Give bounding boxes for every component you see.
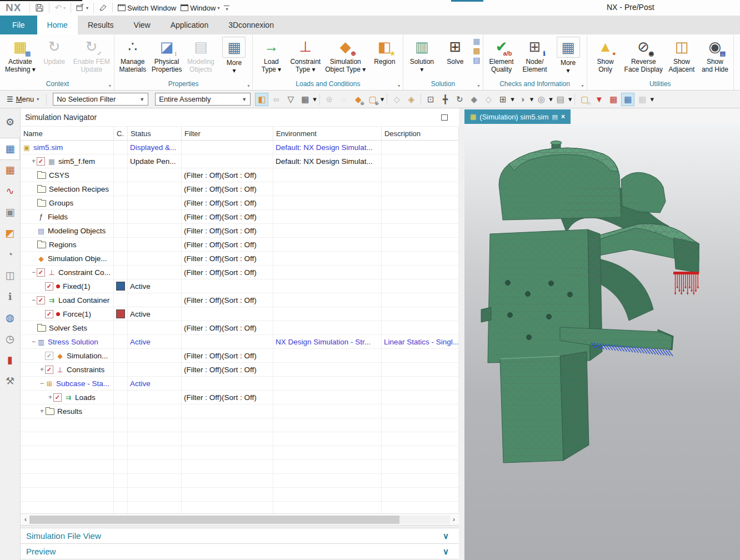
- chevron-down-icon[interactable]: ▾: [86, 6, 88, 11]
- table-row[interactable]: ▤Modeling Objects(Filter : Off)(Sort : O…: [21, 224, 459, 238]
- expander-icon[interactable]: +: [31, 157, 37, 165]
- more-checks-button[interactable]: ▦More▾: [552, 35, 585, 74]
- undo-button[interactable]: ↶▾: [52, 2, 68, 14]
- job-monitor-icon[interactable]: ▦: [473, 37, 480, 45]
- table-row[interactable]: +✓⇉Loads(Filter : Off)(Sort : Off): [21, 391, 459, 404]
- physical-properties-button[interactable]: ◪↕PhysicalProperties: [149, 35, 184, 73]
- viewport-canvas[interactable]: [464, 124, 740, 560]
- selection-filter-funnel-icon[interactable]: ▽: [284, 93, 297, 106]
- dialog-launcher-icon[interactable]: ▾: [582, 83, 584, 88]
- reuse-library-icon[interactable]: ◫: [0, 265, 19, 286]
- tab-file[interactable]: File: [0, 16, 37, 34]
- tab-3dconnexion[interactable]: 3Dconnexion: [218, 16, 284, 34]
- node-element-button[interactable]: ⊞ℹNode/Element: [518, 35, 552, 73]
- column-header-status[interactable]: Status: [128, 127, 182, 140]
- viewport-tab[interactable]: ▦ (Simulation) sim5.sim ▤ ×: [464, 109, 571, 124]
- horizontal-scrollbar[interactable]: ‹ ›: [21, 513, 459, 525]
- manage-materials-button[interactable]: ∴ManageMaterials: [116, 35, 149, 73]
- hide-cube-icon[interactable]: ◇: [390, 93, 403, 106]
- table-row[interactable]: Groups(Filter : Off)(Sort : Off): [21, 196, 459, 210]
- preview-band[interactable]: Preview ∨: [21, 544, 459, 559]
- show-and-hide-button[interactable]: ◉▤Showand Hide: [698, 35, 732, 73]
- save-button[interactable]: [33, 2, 46, 13]
- chevron-down-icon[interactable]: ▾: [549, 95, 553, 103]
- selection-pair-icon[interactable]: ∞: [269, 93, 283, 106]
- internet-browser-icon[interactable]: ◍: [0, 307, 19, 328]
- checkbox[interactable]: ✓: [45, 352, 53, 360]
- table-row[interactable]: −✓⊥Constraint Co...(Filter : Off)(Sort :…: [21, 266, 459, 279]
- chevron-down-icon[interactable]: ▾: [313, 95, 317, 103]
- chevron-down-icon[interactable]: ▾: [63, 6, 66, 11]
- simulation-object-type-button[interactable]: ◆⊕SimulationObject Type ▾: [323, 35, 368, 73]
- table-row[interactable]: −✓⇉Load Container(Filter : Off)(Sort : O…: [21, 293, 459, 307]
- checkbox[interactable]: ✓: [37, 268, 45, 277]
- rotate-view-icon[interactable]: ↻: [453, 93, 466, 106]
- xy-function-navigator-icon[interactable]: ∿: [0, 181, 19, 202]
- table-row[interactable]: Selection Recipes(Filter : Off)(Sort : O…: [21, 182, 459, 196]
- expander-icon[interactable]: −: [31, 338, 37, 346]
- column-header-description[interactable]: Description: [382, 127, 459, 140]
- display-style-icon[interactable]: ◎: [534, 93, 548, 106]
- chevron-down-icon[interactable]: ∨: [443, 547, 449, 557]
- table-row[interactable]: ✓◆Simulation...(Filter : Off)(Sort : Off…: [21, 349, 459, 363]
- view-orient-icon[interactable]: ⊞: [496, 93, 509, 106]
- snap-point-icon[interactable]: ◧: [255, 93, 268, 106]
- report-icon[interactable]: ▤: [473, 56, 480, 64]
- command-finder-button[interactable]: [97, 3, 109, 13]
- color-swatch[interactable]: [116, 282, 125, 291]
- menu-button[interactable]: ☰ Menu ▾: [3, 94, 42, 104]
- activate-meshing-button[interactable]: ▦▦ActivateMeshing ▾: [3, 35, 38, 73]
- table-row[interactable]: −▥Stress SolutionActiveNX Design Simulat…: [21, 335, 459, 349]
- expander-icon[interactable]: −: [31, 296, 37, 304]
- card-settings-icon[interactable]: ▤: [554, 93, 567, 106]
- show-adjacent-button[interactable]: ◫ShowAdjacent: [665, 35, 698, 73]
- expander-icon[interactable]: +: [47, 393, 53, 401]
- checkbox[interactable]: ✓: [53, 393, 62, 402]
- switch-window-button[interactable]: Switch Window: [116, 3, 178, 13]
- table-row[interactable]: +✓⊥Constraints(Filter : Off)(Sort : Off): [21, 363, 459, 377]
- column-header-environment[interactable]: Environment: [273, 127, 382, 140]
- tab-home[interactable]: Home: [37, 16, 78, 34]
- cube-select-icon[interactable]: ◆⊕: [352, 93, 365, 106]
- scroll-left-icon[interactable]: ‹: [22, 516, 29, 523]
- checkbox[interactable]: ✓: [37, 157, 45, 166]
- table-row[interactable]: Solver Sets(Filter : Off)(Sort : Off): [21, 321, 459, 335]
- face-edge-shading-icon[interactable]: ▼: [592, 93, 606, 106]
- expander-icon[interactable]: +: [39, 366, 45, 373]
- solve-button[interactable]: ⊞Solve: [438, 35, 472, 66]
- open-window-button[interactable]: ▾: [74, 3, 91, 13]
- fit-view-icon[interactable]: ⊡: [424, 93, 437, 106]
- grid-display-icon[interactable]: ▦: [636, 93, 649, 106]
- chevron-down-icon[interactable]: ∨: [443, 531, 449, 541]
- table-row[interactable]: ✓Force(1)Active: [21, 307, 459, 321]
- chevron-down-icon[interactable]: ▾: [530, 95, 534, 103]
- node-grid-icon[interactable]: ▦: [607, 93, 620, 106]
- column-header-c[interactable]: C.: [114, 127, 128, 140]
- element-quality-button[interactable]: ✔a/bElementQuality: [485, 35, 518, 73]
- reverse-face-display-button[interactable]: ⊘◉ReverseFace Display: [622, 35, 665, 73]
- close-icon[interactable]: ×: [561, 113, 565, 121]
- filter-box-icon[interactable]: ▦: [298, 93, 312, 106]
- constraint-type-button[interactable]: ⊥ConstraintType ▾: [288, 35, 323, 73]
- selection-filter-select[interactable]: No Selection Filter ▼: [53, 93, 148, 106]
- information-icon[interactable]: ℹ: [0, 286, 19, 307]
- dialog-launcher-icon[interactable]: ▾: [398, 83, 400, 88]
- lock-icon[interactable]: ▢∩: [578, 93, 591, 106]
- chevron-down-icon[interactable]: ▾: [511, 95, 514, 103]
- clip-section-icon[interactable]: ◑: [516, 93, 529, 106]
- table-row[interactable]: Regions(Filter : Off)(Sort : Off): [21, 238, 459, 252]
- gear-icon[interactable]: ⚙: [0, 112, 19, 133]
- scrollbar-thumb[interactable]: [29, 516, 399, 524]
- tab-view[interactable]: View: [124, 16, 161, 34]
- expander-icon[interactable]: −: [39, 379, 45, 387]
- rect-select-icon[interactable]: ▢⊕: [366, 93, 379, 106]
- table-row[interactable]: +✓▦sim5_f.femUpdate Pen...Default: NX De…: [21, 154, 459, 168]
- color-swatch[interactable]: [116, 309, 125, 318]
- region-button[interactable]: ◧★Region: [368, 35, 401, 66]
- pan-view-icon[interactable]: ╋: [438, 93, 452, 106]
- snap-disabled-icon[interactable]: ⊕: [323, 93, 336, 106]
- checkbox[interactable]: ✓: [37, 296, 45, 304]
- show-only-button[interactable]: ▲●ShowOnly: [589, 35, 622, 73]
- tab-results[interactable]: Results: [78, 16, 124, 34]
- dialog-launcher-icon[interactable]: ▾: [109, 83, 111, 88]
